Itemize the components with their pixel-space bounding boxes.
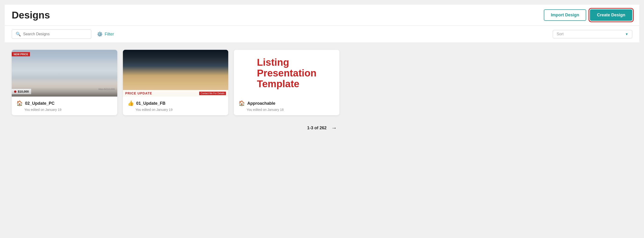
pagination-text: 1-3 of 262 [307, 126, 326, 130]
card-meta-2: 👍 01_Update_FB [128, 100, 224, 106]
header: Designs Import Design Create Design [5, 5, 639, 26]
price-banner: $10,000 [12, 89, 31, 94]
search-input[interactable] [23, 32, 87, 36]
design-name-3: Approachable [247, 101, 275, 106]
design-type-icon-2: 👍 [128, 100, 134, 106]
new-price-label: NEW PRICE [12, 52, 30, 56]
contact-text: Contact Me For Details [199, 92, 226, 95]
edit-info-2: You edited on January 19 [128, 108, 224, 112]
listing-template-img: ListingPresentationTemplate [234, 50, 340, 97]
price-update-banner: PRICE UPDATE Contact Me For Details [123, 90, 228, 97]
card-info-2: 👍 01_Update_FB You edited on January 19 [123, 97, 228, 115]
price-update-label: PRICE UPDATE [125, 91, 152, 95]
red-dot [14, 90, 16, 93]
card-image-1: NEW PRICE $10,000 Was $210,000 [12, 50, 117, 97]
design-name-1: 02_Update_PC [25, 101, 54, 106]
search-icon: 🔍 [16, 31, 21, 37]
design-card-3[interactable]: ListingPresentationTemplate 🏠 Approachab… [234, 50, 340, 115]
card-info-1: 🏠 02_Update_PC You edited on January 19 [12, 97, 117, 115]
design-card-2[interactable]: PRICE UPDATE Contact Me For Details 👍 01… [123, 50, 228, 115]
pagination-next-arrow[interactable]: → [331, 125, 337, 131]
page-wrapper: Designs Import Design Create Design 🔍 ⚙️… [0, 0, 644, 238]
house-thumbnail-2: PRICE UPDATE Contact Me For Details [123, 50, 228, 97]
create-design-button[interactable]: Create Design [590, 9, 632, 21]
card-image-3: ListingPresentationTemplate [234, 50, 340, 97]
import-design-button[interactable]: Import Design [544, 9, 586, 21]
toolbar-left: 🔍 ⚙️ Filter [12, 29, 114, 39]
filter-label: Filter [105, 32, 114, 37]
was-price: Was $210,000 [98, 88, 115, 90]
edit-info-1: You edited on January 19 [16, 108, 112, 112]
sort-label: Sort [557, 32, 564, 36]
house-thumbnail-1: NEW PRICE $10,000 Was $210,000 [12, 50, 117, 97]
design-type-icon-3: 🏠 [238, 100, 245, 106]
pagination: 1-3 of 262 → [12, 125, 632, 138]
card-meta-1: 🏠 02_Update_PC [16, 100, 112, 106]
page-title: Designs [12, 9, 50, 21]
filter-icon: ⚙️ [97, 31, 103, 37]
card-info-3: 🏠 Approachable You edited on January 18 [234, 97, 340, 115]
sort-chevron-icon: ▼ [625, 32, 628, 36]
toolbar: 🔍 ⚙️ Filter Sort ▼ [5, 26, 639, 43]
filter-button[interactable]: ⚙️ Filter [97, 31, 114, 37]
cards-grid: NEW PRICE $10,000 Was $210,000 🏠 02_Upda… [12, 50, 340, 115]
edit-info-3: You edited on January 18 [238, 108, 335, 112]
header-buttons: Import Design Create Design [544, 9, 632, 21]
card-image-2: PRICE UPDATE Contact Me For Details [123, 50, 228, 97]
design-type-icon-1: 🏠 [16, 100, 23, 106]
card-meta-3: 🏠 Approachable [238, 100, 335, 106]
design-card-1[interactable]: NEW PRICE $10,000 Was $210,000 🏠 02_Upda… [12, 50, 117, 115]
search-wrapper: 🔍 [12, 29, 91, 39]
sort-wrapper[interactable]: Sort ▼ [553, 30, 632, 38]
design-name-2: 01_Update_FB [136, 101, 166, 106]
price-text: $10,000 [18, 90, 29, 93]
content-area: NEW PRICE $10,000 Was $210,000 🏠 02_Upda… [5, 43, 639, 145]
listing-title: ListingPresentationTemplate [257, 57, 316, 90]
